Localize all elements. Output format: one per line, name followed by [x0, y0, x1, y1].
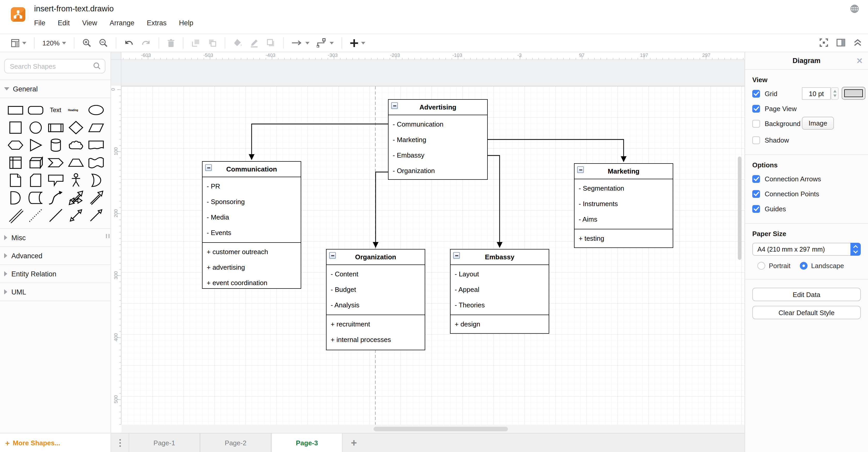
- shape-document[interactable]: [86, 136, 106, 154]
- add-page-button[interactable]: +: [343, 433, 365, 452]
- panel-tab-diagram[interactable]: Diagram: [793, 57, 820, 65]
- entity-attribute[interactable]: - Budget: [327, 282, 425, 297]
- entity-marketing[interactable]: Marketing- Segmentation- Instruments- Ai…: [574, 163, 673, 248]
- connection-style-button[interactable]: [292, 40, 310, 46]
- shape-internal-storage[interactable]: [5, 154, 25, 171]
- entity-attribute[interactable]: - Content: [327, 266, 425, 282]
- shape-process[interactable]: [45, 119, 66, 136]
- shape-cube[interactable]: [25, 154, 45, 171]
- entity-organization[interactable]: Organization- Content- Budget- Analysis+…: [326, 249, 425, 350]
- collapse-icon[interactable]: [453, 252, 460, 259]
- shape-cylinder[interactable]: [45, 136, 66, 154]
- shape-data-storage[interactable]: [25, 189, 45, 206]
- entity-method[interactable]: + recruitment: [327, 317, 425, 332]
- entity-attribute[interactable]: - Appeal: [451, 282, 549, 297]
- entity-communication[interactable]: Communication- PR- Sponsoring- Media- Ev…: [202, 161, 301, 289]
- connection-arrows-checkbox[interactable]: [752, 175, 760, 183]
- insert-button[interactable]: [350, 38, 366, 47]
- connector-advertising-embassy[interactable]: [488, 156, 500, 248]
- shape-bidirectional-connector[interactable]: [66, 206, 86, 224]
- grid-size-input[interactable]: [802, 87, 831, 100]
- landscape-radio[interactable]: [800, 262, 808, 270]
- entity-attribute[interactable]: - Analysis: [327, 297, 425, 313]
- collapse-toolbar-button[interactable]: [854, 39, 862, 48]
- entity-attribute[interactable]: - Communication: [389, 117, 487, 132]
- shape-circle[interactable]: [25, 119, 45, 136]
- sidebar-section-misc[interactable]: Misc: [0, 229, 111, 247]
- shape-square[interactable]: [5, 119, 25, 136]
- page-view-checkbox[interactable]: [752, 105, 760, 112]
- page-tab-page-3[interactable]: Page-3: [271, 433, 343, 452]
- sidebar-section-general[interactable]: General: [0, 80, 111, 98]
- entity-attribute[interactable]: - PR: [203, 179, 301, 194]
- menu-view[interactable]: View: [82, 19, 97, 27]
- shape-hexagon[interactable]: [5, 136, 25, 154]
- entity-embassy[interactable]: Embassy- Layout- Appeal- Theories+ desig…: [450, 249, 549, 334]
- collapse-icon[interactable]: [577, 166, 584, 173]
- horizontal-scrollbar-track[interactable]: [121, 425, 745, 433]
- sidebar-section-uml[interactable]: UML: [0, 283, 111, 301]
- shape-double-line[interactable]: [5, 206, 25, 224]
- shape-bidirectional-arrow[interactable]: [66, 189, 86, 206]
- entity-attribute[interactable]: - Organization: [389, 163, 487, 179]
- connection-points-checkbox[interactable]: [752, 190, 760, 198]
- shape-rectangle[interactable]: [5, 101, 25, 119]
- entity-method[interactable]: + internal processes: [327, 332, 425, 348]
- delete-button[interactable]: [167, 38, 176, 47]
- more-shapes-button[interactable]: + More Shapes...: [0, 433, 111, 452]
- entity-attribute[interactable]: - Embassy: [389, 148, 487, 163]
- entity-attribute[interactable]: - Sponsoring: [203, 194, 301, 210]
- grid-size-stepper[interactable]: [831, 87, 839, 100]
- collapse-icon[interactable]: [391, 102, 398, 109]
- shape-diamond[interactable]: [66, 119, 86, 136]
- collapse-icon[interactable]: [205, 164, 212, 171]
- entity-attribute[interactable]: - Instruments: [575, 196, 673, 212]
- collapse-icon[interactable]: [329, 252, 336, 259]
- shape-text[interactable]: Text: [45, 101, 66, 119]
- entity-method[interactable]: + testing: [575, 231, 673, 247]
- connector-advertising-marketing[interactable]: [488, 139, 624, 162]
- language-globe-icon[interactable]: [850, 4, 859, 15]
- guides-checkbox[interactable]: [752, 205, 760, 213]
- entity-method[interactable]: + event coordination: [203, 275, 301, 291]
- shadow-button[interactable]: [266, 38, 276, 47]
- entity-method[interactable]: + design: [451, 317, 549, 332]
- sidebar-resize-handle[interactable]: [106, 234, 110, 238]
- clear-default-style-button[interactable]: Clear Default Style: [752, 306, 861, 319]
- zoom-in-button[interactable]: [83, 38, 92, 47]
- shadow-checkbox[interactable]: [752, 136, 760, 144]
- shape-ellipse[interactable]: [86, 101, 106, 119]
- pages-menu-button[interactable]: [111, 433, 129, 452]
- shape-callout[interactable]: [45, 171, 66, 189]
- shape-line[interactable]: [45, 206, 66, 224]
- shape-actor[interactable]: [66, 171, 86, 189]
- shape-and[interactable]: [5, 189, 25, 206]
- shape-step[interactable]: [45, 154, 66, 171]
- page-tab-page-2[interactable]: Page-2: [200, 433, 271, 452]
- grid-checkbox[interactable]: [752, 90, 760, 97]
- background-checkbox[interactable]: [752, 120, 760, 127]
- grid-color-swatch[interactable]: [842, 87, 865, 100]
- shape-trapezoid[interactable]: [66, 154, 86, 171]
- sidebar-section-entity-relation[interactable]: Entity Relation: [0, 265, 111, 283]
- entity-attribute[interactable]: - Aims: [575, 212, 673, 227]
- menu-edit[interactable]: Edit: [58, 19, 70, 27]
- menu-help[interactable]: Help: [179, 19, 193, 27]
- shape-note[interactable]: [5, 171, 25, 189]
- fullscreen-button[interactable]: [819, 38, 828, 49]
- horizontal-scrollbar-thumb[interactable]: [374, 427, 508, 431]
- sidebar-section-advanced[interactable]: Advanced: [0, 247, 111, 265]
- entity-attribute[interactable]: - Marketing: [389, 132, 487, 148]
- vertical-scrollbar[interactable]: [738, 157, 741, 260]
- connector-advertising-organization[interactable]: [376, 172, 388, 248]
- to-back-button[interactable]: [208, 38, 217, 47]
- fill-color-button[interactable]: [233, 38, 243, 47]
- menu-file[interactable]: File: [34, 19, 45, 27]
- entity-advertising[interactable]: Advertising- Communication- Marketing- E…: [388, 99, 488, 180]
- shape-or[interactable]: [86, 171, 106, 189]
- shape-cloud[interactable]: [66, 136, 86, 154]
- background-image-button[interactable]: Image: [802, 117, 834, 130]
- menu-arrange[interactable]: Arrange: [110, 19, 134, 27]
- edit-data-button[interactable]: Edit Data: [752, 288, 861, 301]
- search-input[interactable]: [4, 59, 105, 73]
